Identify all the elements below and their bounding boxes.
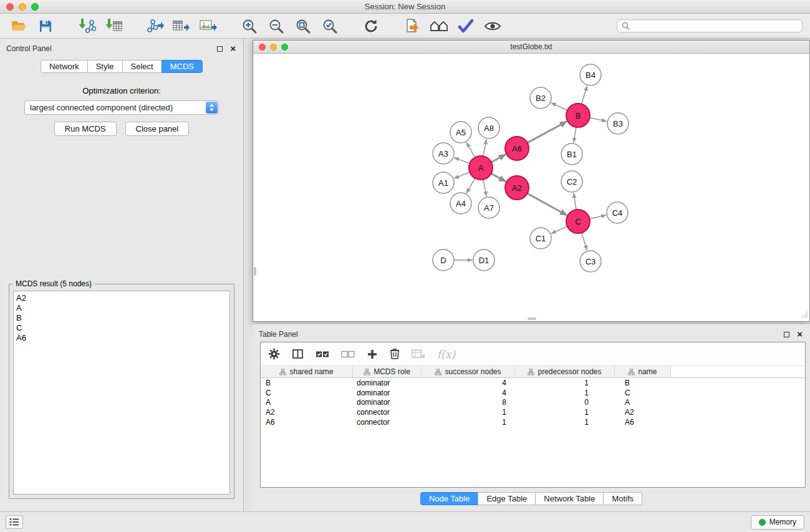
node-C2[interactable]: C2 <box>561 171 582 192</box>
table-row[interactable]: A2connector11A2 <box>261 407 805 417</box>
function-builder-button[interactable]: f(x) <box>437 348 455 360</box>
export-image-button[interactable] <box>197 16 219 36</box>
table-row[interactable]: Bdominator41B <box>261 378 805 388</box>
edge-A-A6[interactable] <box>491 155 506 162</box>
show-hide-button[interactable] <box>481 16 504 36</box>
delete-column-button[interactable] <box>390 346 400 362</box>
float-table-panel-icon[interactable] <box>784 332 789 337</box>
mcds-result-item[interactable]: C <box>16 323 229 333</box>
edge-A-A3[interactable] <box>454 158 470 164</box>
table-row[interactable]: A6connector11A6 <box>261 417 805 427</box>
show-columns-button[interactable] <box>292 346 304 362</box>
edge-B-B1[interactable] <box>574 127 576 143</box>
minimize-window-button[interactable] <box>19 3 26 11</box>
edge-A-A1[interactable] <box>454 172 470 178</box>
refresh-button[interactable] <box>360 16 382 36</box>
resize-grip[interactable] <box>801 311 809 321</box>
edge-C-C3[interactable] <box>582 233 587 250</box>
maximize-window-button[interactable] <box>31 3 39 11</box>
mcds-result-item[interactable]: A6 <box>16 333 229 343</box>
node-B2[interactable]: B2 <box>530 87 551 109</box>
zoom-in-button[interactable] <box>238 16 261 36</box>
run-mcds-button[interactable]: Run MCDS <box>54 122 117 136</box>
node-A3[interactable]: A3 <box>433 143 454 164</box>
node-C4[interactable]: C4 <box>607 202 628 223</box>
close-table-panel-icon[interactable]: × <box>797 331 803 337</box>
zoom-fit-button[interactable] <box>292 16 314 36</box>
unselect-all-button[interactable] <box>341 346 355 362</box>
tab-select[interactable]: Select <box>122 60 162 73</box>
import-table-button[interactable] <box>102 16 125 36</box>
node-B[interactable]: B <box>566 104 590 127</box>
network-minimize-button[interactable] <box>270 44 277 51</box>
node-B3[interactable]: B3 <box>607 113 629 134</box>
node-C1[interactable]: C1 <box>530 228 551 249</box>
column-header-name[interactable]: name <box>615 366 671 377</box>
memory-button[interactable]: Memory <box>751 515 804 530</box>
node-B4[interactable]: B4 <box>580 64 601 85</box>
export-table-button[interactable] <box>170 16 193 36</box>
export-network-button[interactable] <box>143 16 166 36</box>
tab-network[interactable]: Network <box>41 60 88 73</box>
edge-B-B4[interactable] <box>582 86 587 104</box>
tab-edge-table[interactable]: Edge Table <box>478 492 536 505</box>
tab-motifs[interactable]: Motifs <box>603 492 642 505</box>
edge-A6-B[interactable] <box>528 122 567 143</box>
edge-A-A2[interactable] <box>491 173 506 181</box>
node-A4[interactable]: A4 <box>450 193 471 214</box>
search-input[interactable] <box>633 22 798 31</box>
node-A[interactable]: A <box>469 156 493 180</box>
mcds-result-item[interactable]: B <box>16 313 229 323</box>
table-row[interactable]: Cdominator41C <box>261 388 805 398</box>
zoom-selected-button[interactable] <box>319 16 341 36</box>
add-column-button[interactable] <box>367 346 378 362</box>
column-header-shared-name[interactable]: shared name <box>261 366 353 377</box>
edge-B-B3[interactable] <box>590 118 607 122</box>
node-A8[interactable]: A8 <box>478 117 499 138</box>
network-window-titlebar[interactable]: testGlobe.txt <box>253 41 809 54</box>
edge-A-A5[interactable] <box>466 142 475 157</box>
mcds-result-list[interactable]: A2ABCA6 <box>13 291 230 495</box>
column-header-successor-nodes[interactable]: successor nodes <box>422 366 515 377</box>
close-mcds-panel-button[interactable]: Close panel <box>125 122 190 136</box>
column-header-mcds-role[interactable]: MCDS role <box>353 366 422 377</box>
optimization-dropdown[interactable]: largest connected component (directed) <box>24 100 219 115</box>
tab-mcds[interactable]: MCDS <box>162 60 203 73</box>
node-A5[interactable]: A5 <box>450 122 471 143</box>
table-settings-button[interactable] <box>268 346 280 362</box>
search-field[interactable] <box>617 19 803 32</box>
close-window-button[interactable] <box>6 3 14 11</box>
tab-style[interactable]: Style <box>87 60 123 73</box>
close-panel-icon[interactable]: × <box>230 46 236 52</box>
edge-B-B2[interactable] <box>551 103 567 110</box>
edge-A-A8[interactable] <box>483 139 487 156</box>
edge-A-A7[interactable] <box>483 180 487 196</box>
network-close-button[interactable] <box>259 44 266 51</box>
zoom-out-button[interactable] <box>265 16 287 36</box>
node-D1[interactable]: D1 <box>473 249 494 271</box>
column-header-predecessor-nodes[interactable]: predecessor nodes <box>515 366 615 377</box>
horizontal-scrollbar-thumb[interactable] <box>528 317 536 320</box>
mcds-result-item[interactable]: A2 <box>16 293 229 303</box>
node-A6[interactable]: A6 <box>505 137 529 160</box>
select-all-button[interactable] <box>316 346 329 362</box>
vertical-scrollbar-thumb[interactable] <box>254 267 256 276</box>
node-D[interactable]: D <box>433 249 454 271</box>
import-network-button[interactable] <box>75 16 98 36</box>
edge-C-C4[interactable] <box>590 215 606 219</box>
node-C[interactable]: C <box>566 210 590 233</box>
node-A7[interactable]: A7 <box>478 197 499 218</box>
node-A2[interactable]: A2 <box>505 176 529 200</box>
delete-table-button[interactable] <box>412 346 425 362</box>
node-B1[interactable]: B1 <box>561 143 582 165</box>
save-session-button[interactable] <box>34 16 57 36</box>
task-history-button[interactable] <box>6 515 23 529</box>
edge-A-A4[interactable] <box>466 178 475 193</box>
node-C3[interactable]: C3 <box>580 251 601 272</box>
open-session-button[interactable] <box>7 16 30 36</box>
node-A1[interactable]: A1 <box>433 172 454 193</box>
check-badge-button[interactable] <box>455 16 477 36</box>
edge-C-C2[interactable] <box>574 193 576 210</box>
document-transfer-button[interactable] <box>401 16 423 36</box>
network-maximize-button[interactable] <box>281 44 288 51</box>
